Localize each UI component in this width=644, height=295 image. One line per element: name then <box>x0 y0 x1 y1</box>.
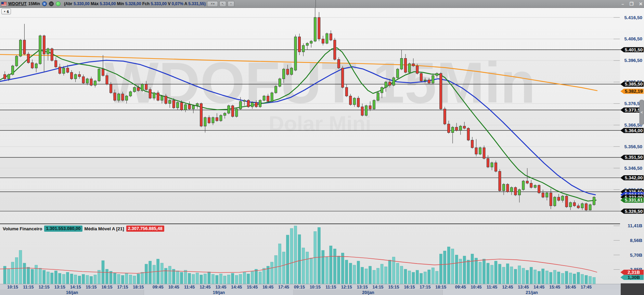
candle-body <box>121 94 124 100</box>
volume-bar <box>530 267 532 284</box>
add-button[interactable]: + <box>228 1 234 7</box>
chart-window: WDOFUT 15Min ≋ – (Abr 5.330,00 Máx 5.334… <box>0 0 644 295</box>
candle-body <box>243 100 246 101</box>
time-label: 14:15 <box>373 285 384 290</box>
summary-value: 5.328,00 <box>125 1 141 6</box>
candle-body <box>440 74 442 109</box>
volume-bar <box>538 271 540 284</box>
maximize-button[interactable]: ❐ <box>629 1 633 7</box>
candle-body <box>495 163 497 171</box>
volume-bar <box>216 275 218 284</box>
candle-body <box>223 113 226 115</box>
candle-body <box>169 100 171 103</box>
volume-bar <box>86 275 89 284</box>
candle-body <box>349 96 352 105</box>
volume-bar <box>553 270 556 284</box>
chart-background <box>0 8 644 284</box>
volume-bar <box>310 258 312 284</box>
volume-bar <box>420 273 423 284</box>
volume-bar <box>153 265 155 284</box>
time-label: 10:45 <box>168 285 179 290</box>
volume-bar <box>424 272 426 284</box>
candle-body <box>502 184 505 191</box>
axis-label: 5.406,50 <box>624 36 642 41</box>
volume-bar <box>353 265 356 284</box>
candlestick-chart[interactable]: WDOFUT 15MinDolar Mini10:1511:1512:1513:… <box>0 0 644 295</box>
summary-value: 5.333,00 <box>151 1 167 6</box>
popout-button[interactable]: ↖ <box>219 1 226 7</box>
candle-body <box>106 76 108 84</box>
time-label: 12:45 <box>502 285 513 290</box>
volume-bar <box>451 249 454 284</box>
candle-body <box>125 96 128 101</box>
timeframe-label[interactable]: 15Min <box>28 1 40 6</box>
candle-body <box>216 117 218 120</box>
volume-bar <box>113 273 116 284</box>
candle-body <box>165 96 167 104</box>
volume-bar <box>125 273 128 284</box>
candle-body <box>377 93 379 100</box>
volume-bar <box>412 272 415 284</box>
candle-body <box>400 58 403 69</box>
candle-body <box>428 80 430 83</box>
candle-body <box>59 67 61 74</box>
volume-bar <box>455 255 458 284</box>
ohlc-summary: (Abr 5.330,00 Máx 5.334,00 Mín 5.328,00 … <box>64 1 206 6</box>
candle-body <box>479 148 481 154</box>
indicator-dropdown-button[interactable]: ✕▾ <box>207 1 218 7</box>
candle-body <box>27 54 29 63</box>
summary-label: Mín <box>116 1 125 6</box>
candle-body <box>538 185 540 193</box>
volume-bar <box>483 259 486 284</box>
candle-body <box>255 102 257 107</box>
minimize-button[interactable]: – <box>621 1 624 7</box>
time-label: 13:15 <box>357 285 368 290</box>
volume-tag-text: 2,31B <box>628 270 640 275</box>
volume-bar <box>330 246 332 284</box>
time-label: 12:45 <box>199 285 210 290</box>
time-label: 18:15 <box>435 285 446 290</box>
volume-value-badge: 1.301.553.080,00 <box>44 226 82 232</box>
volume-bar <box>385 267 387 284</box>
summary-value: 5.330,00 <box>74 1 90 6</box>
date-label: 19/jan <box>213 290 225 295</box>
watermark-subtitle: Dolar Mini <box>269 112 371 135</box>
volume-bar <box>255 269 258 284</box>
panel-expand-handle[interactable]: < <box>640 100 644 125</box>
time-label: 10:15 <box>7 285 18 290</box>
candle-body <box>506 184 509 192</box>
volume-bar <box>373 270 375 284</box>
volume-bar <box>518 266 521 284</box>
time-label: 15:45 <box>247 285 258 290</box>
volume-bar <box>149 261 152 284</box>
candle-body <box>585 204 588 210</box>
candle-body <box>4 75 6 79</box>
volume-bar <box>27 267 30 284</box>
summary-label: Fch <box>141 1 151 6</box>
volume-bar <box>110 271 112 284</box>
volume-bar <box>522 268 525 284</box>
close-button[interactable]: ✕ <box>639 1 643 7</box>
candle-body <box>369 106 371 109</box>
volume-bar <box>561 273 564 284</box>
candle-body <box>137 87 140 90</box>
candle-body <box>310 41 312 43</box>
candle-body <box>416 66 418 74</box>
candle-body <box>172 100 175 108</box>
candle-body <box>542 193 544 197</box>
axis-label: 5.346,50 <box>624 166 642 171</box>
candle-body <box>90 79 92 85</box>
volume-bar <box>322 251 324 284</box>
candle-body <box>581 204 583 208</box>
volume-bar <box>302 248 305 284</box>
objects-count-chip[interactable]: ▼ 6 <box>1 9 11 14</box>
time-label: 15:15 <box>86 285 97 290</box>
time-label: 13:45 <box>518 285 529 290</box>
volume-bar <box>286 235 289 284</box>
volume-bar <box>227 275 230 284</box>
volume-bar <box>23 263 26 284</box>
symbol-label[interactable]: WDOFUT <box>8 1 27 6</box>
volume-bar <box>416 270 418 284</box>
volume-bar <box>279 244 281 284</box>
time-label: 17:45 <box>581 285 592 290</box>
